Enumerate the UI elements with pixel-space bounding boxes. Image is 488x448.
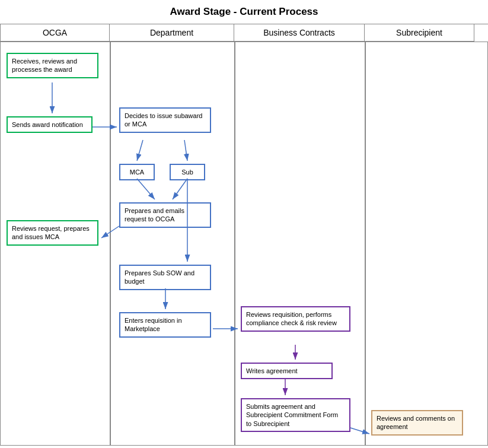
svg-line-5 [137,140,143,161]
lane-header-ocga: OCGA [0,24,110,42]
svg-line-15 [350,428,369,434]
lane-header-dept: Department [110,24,234,42]
box-sub: Sub [170,164,205,180]
box-decides: Decides to issue subaward or MCA [119,107,211,133]
lane-header-bc: Business Contracts [234,24,365,42]
svg-line-6 [184,140,187,161]
box-writes: Writes agreement [241,363,333,379]
box-prepares-sow: Prepares Sub SOW and budget [119,265,211,290]
svg-line-8 [173,179,187,199]
box-prepares-emails: Prepares and emails request to OCGA [119,202,211,228]
lane-header-sub: Subrecipient [365,24,474,42]
box-submits: Submits agreement and Subrecipient Commi… [241,398,350,432]
box-reviews-req: Reviews requisition, performs compliance… [241,306,350,332]
box-receives: Receives, reviews and processes the awar… [7,53,98,78]
box-enters-req: Enters requisition in Marketplace [119,312,211,338]
page: Award Stage - Current Process OCGA Depar… [0,0,488,448]
page-title: Award Stage - Current Process [0,6,488,18]
svg-line-7 [137,179,155,199]
box-reviews-comments: Reviews and comments on agreement [371,410,463,436]
box-reviews-mca: Reviews request, prepares and issues MCA [7,220,98,246]
box-sends: Sends award notification [7,116,93,133]
box-mca: MCA [119,164,155,180]
